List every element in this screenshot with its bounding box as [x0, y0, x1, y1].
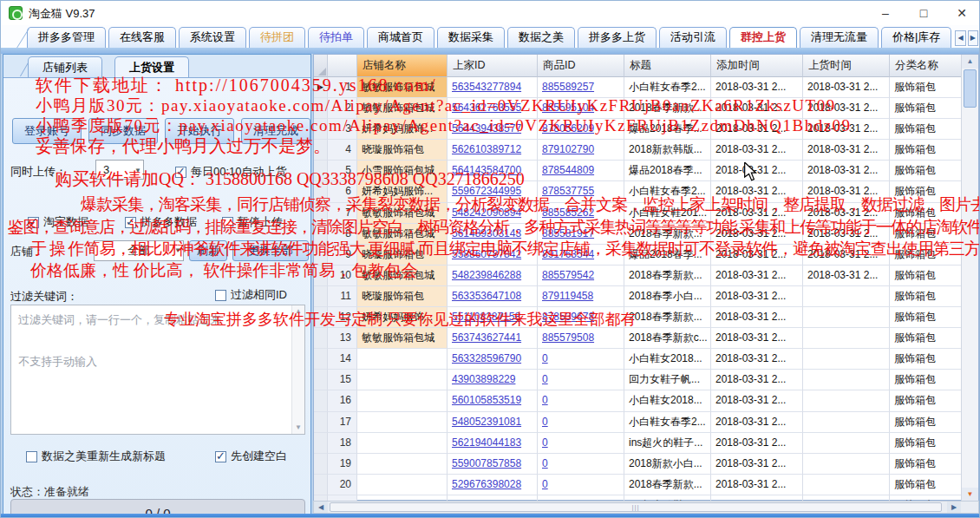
tab-pending-order[interactable]: 待拍单 — [308, 27, 364, 48]
close-button[interactable]: ✕ — [944, 1, 979, 25]
item-id-link[interactable]: 0 — [542, 436, 548, 449]
tab-price-stock[interactable]: 价格|库存 — [881, 27, 951, 48]
table-corner-cell[interactable] — [314, 55, 328, 77]
table-row[interactable]: 17 548052391081 0 小白鞋女春季2... 2018-03-31 … — [314, 412, 963, 433]
seller-id-link[interactable]: 548242090894 — [452, 207, 521, 219]
scroll-down-icon[interactable]: ▼ — [292, 422, 304, 434]
table-row[interactable]: 13 敏敏服饰箱包城 563743627441 885579508 2018春季… — [314, 328, 963, 349]
taobao-data-checkbox[interactable]: 淘宝数据 — [28, 214, 88, 230]
table-row[interactable]: 3 妍希妈妈服饰... 564439438577 878056209 爆品201… — [314, 119, 963, 140]
table-row[interactable]: 6 妍希妈妈服饰... 559672344995 878537755 小白鞋女春… — [314, 181, 963, 202]
scroll-down-icon[interactable]: ▼ — [962, 488, 978, 502]
table-row[interactable]: 19 559007857858 0 2018新款小白... 2018-03-31… — [314, 454, 963, 475]
shop-dropdown[interactable]: 全部 ▼ — [94, 240, 184, 261]
table-row[interactable]: 9 晓璇服饰箱包 558860787842 891763544 爆品2018春季… — [314, 245, 963, 266]
header-store-name[interactable]: 店铺名称 — [357, 55, 448, 77]
horizontal-scrollbar[interactable]: ◀ ||| ▶ — [313, 501, 979, 514]
seller-id-link[interactable]: 559007857858 — [452, 457, 521, 469]
tab-upload-settings[interactable]: 上货设置 — [114, 56, 189, 77]
header-added-time[interactable]: 添加时间 — [711, 55, 803, 77]
seller-id-link[interactable]: 563743627441 — [452, 331, 521, 344]
scroll-left-icon[interactable]: ◀ — [314, 502, 328, 513]
tab-pinduoduo-manage[interactable]: 拼多多管理 — [27, 27, 106, 48]
tab-shop-list[interactable]: 店铺列表 — [28, 56, 102, 77]
header-row-number[interactable] — [328, 55, 357, 77]
seller-id-link[interactable]: 564439438577 — [452, 122, 521, 134]
tab-pinduoduo-upload[interactable]: 拼多多上货 — [578, 27, 657, 48]
table-row[interactable]: 16 560105853519 0 小白鞋女2018... 2018-03-31… — [314, 390, 963, 411]
pinduoduo-data-checkbox[interactable]: 拼多多数据 — [125, 214, 197, 230]
sync-data-button[interactable]: 同步数据 — [88, 118, 158, 144]
filter-keywords-textarea[interactable]: 过滤关键词，请一行一个，复制粘贴进来 不支持手动输入 ▲ ▼ — [10, 305, 305, 435]
item-id-link[interactable]: 885579508 — [542, 331, 594, 344]
pause-upload-checkbox[interactable]: 暂停上传 — [222, 214, 283, 230]
item-id-link[interactable]: 878544809 — [542, 164, 594, 176]
item-id-link[interactable]: 0 — [542, 478, 548, 490]
table-row[interactable]: 18 562194044183 0 ins超火的鞋子... 2018-03-31… — [314, 433, 963, 454]
horizontal-scroll-thumb[interactable]: ||| — [330, 502, 942, 512]
tab-system-settings[interactable]: 系统设置 — [179, 27, 246, 48]
table-row[interactable]: 2 敏敏服饰箱包城 564362763555 885595104 2018春季新… — [314, 98, 963, 119]
textarea-scrollbar[interactable]: ▲ ▼ — [291, 305, 304, 434]
tab-activity-traffic[interactable]: 活动引流 — [659, 27, 727, 48]
seller-id-link[interactable]: 548239846288 — [452, 269, 521, 281]
table-row[interactable]: 7 敏敏服饰箱包城 548242090894 885585262 小白鞋女鞋20… — [314, 203, 963, 224]
tab-scroll-right-icon[interactable]: ▶ — [968, 30, 978, 46]
seller-id-link[interactable]: 551108387158 — [452, 311, 520, 323]
item-id-link[interactable]: 878539678 — [542, 311, 594, 323]
seller-id-link[interactable]: 559672344995 — [452, 185, 521, 197]
tab-online-service[interactable]: 在线客服 — [108, 27, 176, 48]
header-item-id[interactable]: 商品ID — [538, 55, 624, 77]
tab-pending-group[interactable]: 待拼团 — [249, 27, 305, 48]
seller-id-link[interactable]: 560105853519 — [452, 394, 521, 406]
table-row[interactable]: 8 敏敏服饰箱包城 561489303143 885581917 2018春季新… — [314, 224, 963, 245]
item-id-link[interactable]: 878056209 — [542, 122, 594, 134]
scroll-up-icon[interactable]: ▲ — [292, 305, 304, 318]
tab-data-beauty[interactable]: 数据之美 — [507, 27, 575, 48]
item-id-link[interactable]: 885581917 — [542, 227, 594, 239]
vertical-scrollbar[interactable]: ▲ ▼ — [961, 55, 978, 502]
tab-mall-home[interactable]: 商城首页 — [367, 27, 434, 48]
start-execute-button[interactable]: 开始执行 — [165, 118, 234, 144]
filter-same-id-checkbox[interactable]: 过滤相同ID — [215, 287, 287, 303]
seller-id-link[interactable]: 563353647108 — [452, 290, 521, 302]
header-title[interactable]: 标题 — [624, 55, 711, 77]
tab-clean-no-traffic[interactable]: 清理无流量 — [800, 27, 879, 48]
seller-id-link[interactable]: 548052391081 — [452, 416, 521, 428]
item-id-link[interactable]: 0 — [542, 352, 548, 364]
seller-id-link[interactable]: 529676398028 — [452, 478, 521, 490]
vertical-scroll-thumb[interactable] — [964, 69, 977, 108]
item-id-link[interactable]: 0 — [542, 457, 548, 469]
seller-id-link[interactable]: 43903898229 — [452, 373, 515, 385]
table-row[interactable]: 14 563328596790 0 小白鞋女2018... 2018-03-31… — [314, 349, 963, 370]
item-id-link[interactable]: 891763544 — [542, 248, 594, 260]
table-row[interactable]: 11 晓璇服饰箱包 563353647108 879119458 2018春季小… — [314, 286, 963, 307]
tab-scroll-left-icon[interactable]: ◀ — [955, 30, 965, 46]
table-row[interactable]: 15 43903898229 0 回力女鞋子帆... 2018-03-31 2.… — [314, 370, 963, 390]
seller-id-link[interactable]: 558860787842 — [452, 248, 521, 260]
table-row[interactable]: 4 晓璇服饰箱包 562610389712 879102790 2018新款韩版… — [314, 140, 963, 161]
table-row[interactable]: 20 529676398028 0 2018春季新款... 2018-03-31… — [314, 475, 963, 495]
seller-id-link[interactable]: 563543277894 — [452, 81, 521, 93]
clean-finish-button[interactable]: 清理完成 — [241, 118, 310, 144]
seller-id-link[interactable]: 564143584700 — [452, 164, 521, 176]
create-blank-checkbox[interactable]: 先创建空白 — [215, 449, 287, 464]
item-id-link[interactable]: 878537755 — [542, 185, 594, 197]
regenerate-title-checkbox[interactable]: 数据之美重新生成新标题 — [26, 449, 166, 464]
table-row[interactable]: 10 敏敏服饰箱包城 548239846288 885579542 2018春季… — [314, 266, 963, 286]
table-row[interactable]: ▶ 1 敏敏服饰箱包城 563543277894 885589257 小白鞋女春… — [314, 77, 963, 98]
auto-upload-checkbox[interactable]: 每日00:10自动上货 — [175, 164, 287, 180]
table-row[interactable]: 12 妍希妈妈服饰... 551108387158 878539678 2018… — [314, 307, 963, 328]
seller-id-link[interactable]: 563328596790 — [452, 352, 521, 364]
tab-data-collect[interactable]: 数据采集 — [437, 27, 505, 48]
seller-id-link[interactable]: 564362763555 — [452, 102, 521, 114]
item-id-link[interactable]: 0 — [542, 394, 548, 406]
header-category[interactable]: 分类名称 — [890, 55, 963, 77]
item-id-link[interactable]: 885579542 — [542, 269, 594, 281]
item-id-link[interactable]: 885585262 — [542, 207, 594, 219]
item-id-link[interactable]: 885595104 — [542, 102, 594, 114]
login-account-button[interactable]: 登录账号 — [12, 118, 82, 144]
item-id-link[interactable]: 885589257 — [542, 81, 594, 93]
minimize-button[interactable]: – — [868, 1, 903, 25]
item-id-link[interactable]: 879119458 — [542, 290, 593, 302]
